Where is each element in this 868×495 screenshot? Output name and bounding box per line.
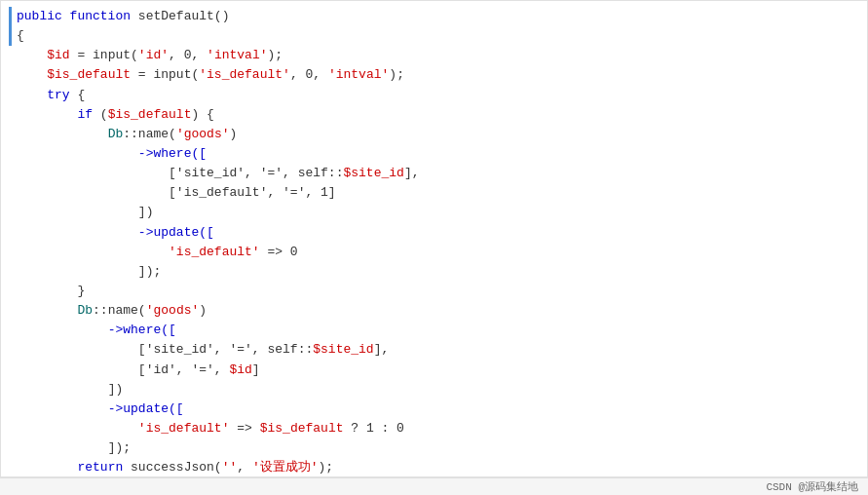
code-text: ]); — [17, 438, 131, 458]
code-line: public function setDefault() — [1, 7, 867, 26]
code-line: 'is_default' => $is_default ? 1 : 0 — [1, 419, 867, 438]
code-text: ]) — [17, 380, 123, 400]
code-line: ->where([ — [1, 321, 867, 340]
code-text: { — [17, 26, 24, 46]
code-line: Db::name('goods') — [1, 301, 867, 321]
code-line: ]); — [1, 262, 867, 282]
code-text: ]) — [17, 203, 153, 222]
code-line: ->update([ — [1, 223, 867, 243]
code-text: ->where([ — [17, 321, 176, 340]
code-line: ->where([ — [1, 144, 867, 164]
code-line: ['is_default', '=', 1] — [1, 183, 867, 203]
code-line: 'is_default' => 0 — [1, 243, 867, 262]
code-text: ->update([ — [17, 223, 214, 243]
code-text: ->where([ — [17, 144, 207, 164]
code-line: $id = input('id', 0, 'intval'); — [1, 46, 867, 65]
code-line: return successJson('', '设置成功'); — [1, 458, 867, 477]
code-line: ]) — [1, 380, 867, 400]
code-line: } — [1, 282, 867, 301]
code-line: ]) — [1, 203, 867, 222]
code-text: $is_default = input('is_default', 0, 'in… — [17, 65, 404, 85]
code-text: return successJson('', '设置成功'); — [17, 458, 333, 477]
code-container: public function setDefault(){ $id = inpu… — [0, 0, 868, 477]
code-text: Db::name('goods') — [17, 301, 207, 321]
code-text: try { — [17, 86, 85, 105]
code-line: ['site_id', '=', self::$site_id], — [1, 164, 867, 183]
code-line: { — [1, 26, 867, 46]
code-text: ['is_default', '=', 1] — [17, 183, 336, 203]
code-line: Db::name('goods') — [1, 125, 867, 144]
code-line: ['site_id', '=', self::$site_id], — [1, 340, 867, 360]
code-text: ['site_id', '=', self::$site_id], — [17, 340, 389, 360]
code-text: $id = input('id', 0, 'intval'); — [17, 46, 283, 65]
code-text: 'is_default' => 0 — [17, 243, 298, 262]
code-text: if ($is_default) { — [17, 105, 214, 125]
code-text: ['site_id', '=', self::$site_id], — [17, 164, 420, 183]
code-line: ]); — [1, 438, 867, 458]
code-text: ['id', '=', $id] — [17, 361, 260, 380]
footer-label: CSDN @源码集结地 — [766, 479, 858, 494]
code-text: public function setDefault() — [17, 7, 229, 26]
code-line: try { — [1, 86, 867, 105]
code-line: if ($is_default) { — [1, 105, 867, 125]
code-text: 'is_default' => $is_default ? 1 : 0 — [17, 419, 404, 438]
code-text: } — [17, 282, 85, 301]
code-text: ->update([ — [17, 400, 184, 419]
code-line: $is_default = input('is_default', 0, 'in… — [1, 65, 867, 85]
code-text: Db::name('goods') — [17, 125, 237, 144]
code-line: ->update([ — [1, 400, 867, 419]
footer: CSDN @源码集结地 — [0, 477, 868, 495]
code-text: ]); — [17, 262, 161, 282]
code-line: ['id', '=', $id] — [1, 361, 867, 380]
